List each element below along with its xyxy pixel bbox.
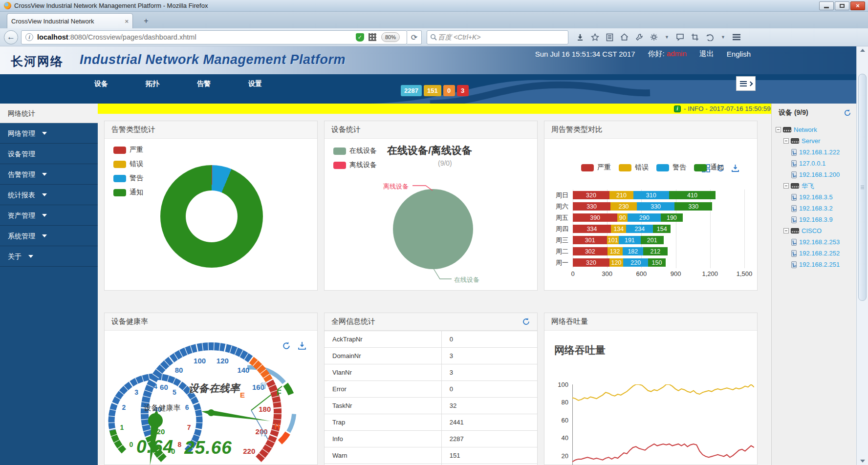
tree-node[interactable]: 192.168.2.253 [775, 236, 856, 248]
tab-close-icon[interactable]: × [125, 18, 129, 25]
back-button[interactable]: ← [4, 30, 18, 44]
sidebar-item[interactable]: 网络管理 [0, 123, 98, 144]
crop-tool-icon[interactable] [691, 33, 699, 41]
reload-button[interactable]: ⟳ [407, 30, 422, 44]
minimize-button[interactable] [819, 1, 834, 10]
tree-node[interactable]: 192.168.3.9 [775, 214, 856, 225]
download-icon[interactable] [731, 164, 739, 172]
url-text[interactable]: localhost:8080/Crossview/pages/dashboard… [37, 33, 353, 41]
logout-link[interactable]: 退出 [699, 49, 714, 59]
tree-node[interactable]: Server [775, 135, 856, 147]
device-tree-panel: 设备 (9/9) NetworkServer192.168.1.222127.0… [771, 104, 856, 465]
refresh-icon[interactable] [844, 109, 851, 117]
tree-node[interactable]: 192.168.2.251 [775, 259, 856, 270]
scroll-up-arrow[interactable] [857, 46, 868, 54]
alarm-badge-4[interactable]: 3 [457, 85, 469, 96]
home-icon[interactable] [620, 33, 629, 41]
tree-collapse-icon[interactable] [783, 183, 789, 189]
bookmark-star-icon[interactable] [591, 33, 599, 42]
undo-icon[interactable] [706, 34, 714, 41]
tree-node-label[interactable]: Server [802, 137, 820, 145]
tree-node-label[interactable]: 127.0.0.1 [799, 160, 825, 167]
tree-node-label[interactable]: 192.168.2.252 [799, 250, 840, 257]
sidebar-item[interactable]: 网络统计 [0, 104, 98, 123]
tree-node-label[interactable]: 192.168.1.222 [799, 148, 840, 156]
sidebar-item[interactable]: 关于 [0, 246, 98, 267]
tree-collapse-icon[interactable] [783, 138, 789, 144]
tree-node-label[interactable]: 192.168.3.9 [799, 216, 833, 223]
scroll-down-arrow[interactable] [857, 457, 868, 465]
new-tab-button[interactable]: + [140, 16, 152, 26]
tree-node[interactable]: 192.168.3.2 [775, 203, 856, 214]
developer-wrench-icon[interactable] [635, 33, 643, 41]
refresh-icon[interactable] [522, 317, 530, 326]
sidebar-item-label: 告警管理 [8, 164, 35, 185]
tree-node-label[interactable]: 192.168.1.200 [799, 171, 840, 178]
sidebar-item[interactable]: 设备管理 [0, 144, 98, 164]
downloads-icon[interactable] [576, 33, 584, 41]
tree-node[interactable]: 192.168.3.5 [775, 191, 856, 203]
tree-node[interactable]: 192.168.1.222 [775, 147, 856, 158]
tree-node[interactable]: 192.168.1.200 [775, 169, 856, 180]
legend-item[interactable]: 错误 [113, 160, 143, 169]
tree-node-label[interactable]: 华飞 [802, 182, 814, 190]
dropdown-caret-icon[interactable]: ▼ [665, 35, 669, 40]
tree-node[interactable]: 127.0.0.1 [775, 158, 856, 169]
sidebar-item[interactable]: 统计报表 [0, 185, 98, 205]
tree-node-label[interactable]: 192.168.3.2 [799, 205, 833, 212]
sidebar-item[interactable]: 告警管理 [0, 164, 98, 185]
language-link[interactable]: English [727, 50, 751, 58]
tree-collapse-icon[interactable] [783, 228, 789, 233]
tree-node-label[interactable]: CISCO [802, 227, 822, 234]
tree-node[interactable]: CISCO [775, 225, 856, 236]
alarm-badge-3[interactable]: 0 [443, 85, 455, 96]
scrollbar-thumb[interactable] [858, 74, 867, 301]
tree-node-label[interactable]: Network [794, 126, 817, 133]
legend-swatch [619, 164, 631, 171]
bookmarks-list-icon[interactable] [606, 33, 613, 42]
legend-item[interactable]: 严重 [581, 163, 611, 172]
gauge-tick-label: E [240, 391, 245, 399]
legend-item[interactable]: 通知 [113, 188, 143, 197]
menu-hamburger-icon[interactable] [732, 34, 741, 41]
alarm-badge-1[interactable]: 2287 [401, 85, 422, 96]
device-panel-toggle-button[interactable] [736, 76, 756, 91]
tree-collapse-icon[interactable] [776, 127, 781, 132]
shield-icon[interactable]: ✓ [356, 33, 364, 42]
maximize-button[interactable] [835, 1, 849, 10]
legend-item[interactable]: 警告 [113, 174, 143, 183]
sidebar-item[interactable]: 资产管理 [0, 205, 98, 226]
nav-item-2[interactable]: 拓扑 [133, 77, 172, 90]
legend-item[interactable]: 错误 [619, 163, 649, 172]
tree-node[interactable]: Network [775, 124, 856, 135]
page-info-icon[interactable]: i [25, 33, 33, 41]
gauge-title-health-rate: 设备健康率 [144, 403, 181, 413]
browser-tab[interactable]: CrossView Industrial Network × [7, 13, 133, 28]
plugin-icon[interactable] [650, 33, 658, 41]
sidebar-item-label: 设备管理 [8, 144, 35, 164]
url-field[interactable]: i localhost:8080/Crossview/pages/dashboa… [21, 30, 407, 44]
bar-track: 320210310410 [573, 191, 744, 199]
tree-node[interactable]: 华飞 [775, 180, 856, 191]
tree-node-label[interactable]: 192.168.2.251 [799, 261, 840, 268]
zoom-level-badge[interactable]: 80% [381, 32, 400, 42]
nav-item-4[interactable]: 设置 [236, 77, 275, 90]
legend-item[interactable]: 警告 [656, 163, 686, 172]
sidebar-item[interactable]: 系统管理 [0, 226, 98, 246]
chat-bubble-icon[interactable] [676, 33, 684, 41]
undo-caret-icon[interactable]: ▼ [721, 35, 725, 40]
search-box[interactable] [427, 30, 568, 44]
nav-item-1[interactable]: 设备 [82, 77, 121, 90]
tree-node-label[interactable]: 192.168.2.253 [799, 238, 840, 246]
legend-item[interactable]: 严重 [113, 146, 143, 154]
qr-icon[interactable] [369, 33, 376, 41]
bar-track: 39090290190 [573, 213, 744, 222]
search-input[interactable] [437, 33, 565, 42]
nav-item-3[interactable]: 告警 [184, 77, 223, 90]
alarm-badge-2[interactable]: 151 [424, 85, 441, 96]
tree-node[interactable]: 192.168.2.252 [775, 248, 856, 259]
browser-scrollbar[interactable] [856, 46, 868, 465]
close-button[interactable]: × [850, 1, 865, 10]
legend-item[interactable]: 通知 [694, 163, 724, 172]
tree-node-label[interactable]: 192.168.3.5 [799, 193, 833, 201]
